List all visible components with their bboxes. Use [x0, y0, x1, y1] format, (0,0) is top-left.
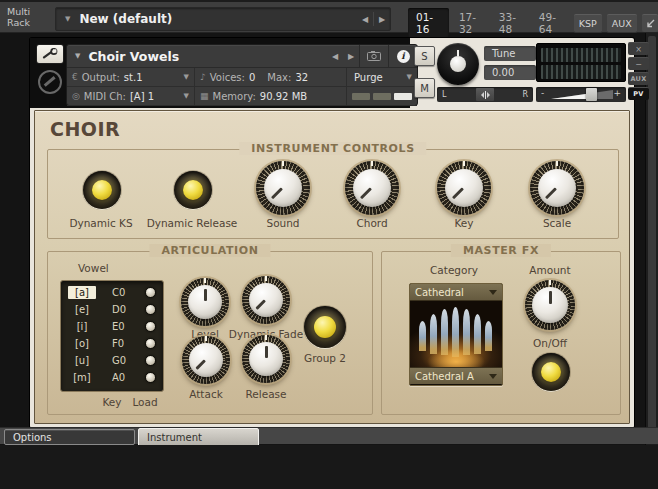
amount-label: Amount: [529, 264, 570, 276]
prev-multi-icon[interactable]: ◀: [357, 15, 373, 24]
chevron-down-icon: ▼: [407, 73, 412, 81]
volume-slider[interactable]: - +: [536, 87, 626, 102]
load-led[interactable]: [145, 304, 156, 315]
vowel-label: Vowel: [78, 262, 109, 274]
page-button-49-64[interactable]: 49-64: [534, 8, 569, 38]
output-select[interactable]: € Output: st.1 ▼: [67, 68, 195, 87]
vowel-row[interactable]: [u] G0: [61, 352, 163, 369]
memory-readout: ▦ Memory: 90.92 MB: [195, 87, 347, 106]
multi-rack-label: Multi Rack: [7, 6, 43, 29]
dynamic-ks-button[interactable]: [83, 171, 121, 209]
vowel-list[interactable]: [a] C0 [e] D0 [i] E0 [o] F0: [60, 280, 164, 392]
instrument-icon: [38, 70, 62, 94]
rack-toolbar: Multi Rack ▼ New (default) ◀ ▶ 01-16 17-…: [0, 0, 658, 33]
output-jack-icon: €: [72, 72, 78, 82]
choir-panel: CHOIR INSTRUMENT CONTROLS Dynamic KS Dyn…: [34, 110, 630, 424]
panel-title: CHOIR: [50, 118, 120, 140]
key-label: Key: [454, 217, 473, 229]
scale-knob[interactable]: [530, 161, 584, 215]
fx-amount-knob[interactable]: [525, 280, 575, 330]
vowel-row[interactable]: [o] F0: [61, 335, 163, 352]
multi-tab-title: New (default): [79, 12, 357, 26]
next-instrument-icon[interactable]: ▶: [343, 52, 359, 61]
aux-button[interactable]: AUX: [607, 14, 637, 33]
solo-button[interactable]: S: [414, 46, 435, 66]
dynamic-release-label: Dynamic Release: [147, 217, 238, 229]
pv-toggle[interactable]: PV: [628, 87, 649, 100]
attack-label: Attack: [189, 388, 223, 400]
chord-label: Chord: [356, 217, 387, 229]
tab-options[interactable]: Options: [4, 429, 135, 445]
chevron-down-icon: ▼: [184, 92, 189, 100]
scrollbar[interactable]: [645, 33, 658, 489]
load-led[interactable]: [145, 321, 156, 332]
vowel-row[interactable]: [e] D0: [61, 301, 163, 318]
vowel-row[interactable]: [i] E0: [61, 318, 163, 335]
collapse-rack-icon[interactable]: [642, 14, 658, 32]
voices-readout: ♪ Voices: 0 Max: 32: [195, 68, 347, 87]
chevron-down-icon[interactable]: ▼: [65, 15, 70, 23]
volume-handle[interactable]: [586, 88, 597, 101]
instrument-window-buttons: × − AUX PV: [628, 42, 649, 100]
load-led[interactable]: [145, 372, 156, 383]
release-label: Release: [245, 388, 286, 400]
scale-label: Scale: [543, 217, 571, 229]
fx-preset-dropdown[interactable]: Cathedral A: [410, 367, 502, 384]
meter-left: [541, 48, 621, 62]
chevron-down-icon: [489, 374, 497, 379]
wrench-icon[interactable]: [36, 44, 64, 64]
next-multi-icon[interactable]: ▶: [374, 15, 390, 24]
mute-button[interactable]: M: [414, 78, 435, 98]
level-meters: [536, 43, 626, 82]
chord-knob[interactable]: [345, 161, 399, 215]
load-led[interactable]: [145, 355, 156, 366]
prev-instrument-icon[interactable]: ◀: [327, 52, 343, 61]
purge-meter: [347, 87, 417, 106]
page-button-33-48[interactable]: 33-48: [494, 8, 529, 38]
group-2-button[interactable]: [304, 306, 346, 348]
dynamic-ks-label: Dynamic KS: [69, 217, 132, 229]
snapshot-camera-icon[interactable]: [359, 45, 388, 67]
dynamic-release-button[interactable]: [174, 171, 212, 209]
note-icon: ♪: [200, 72, 206, 82]
page-button-17-32[interactable]: 17-32: [454, 8, 489, 38]
load-led[interactable]: [145, 287, 156, 298]
key-column-label: Key: [102, 396, 121, 408]
page-button-01-16[interactable]: 01-16: [408, 8, 449, 38]
scrollbar-thumb[interactable]: [648, 36, 656, 438]
tune-value[interactable]: 0.00: [484, 65, 536, 80]
instrument-controls-section: INSTRUMENT CONTROLS Dynamic KS Dynamic R…: [47, 149, 619, 239]
sound-label: Sound: [266, 217, 299, 229]
cathedral-preview-image: [410, 301, 502, 367]
midi-icon: ◎: [72, 91, 80, 101]
sound-knob[interactable]: [256, 161, 310, 215]
load-column-label: Load: [132, 396, 157, 408]
instrument-menu-icon[interactable]: ▼: [75, 52, 80, 60]
ksp-button[interactable]: KSP: [574, 14, 602, 33]
release-knob[interactable]: [242, 335, 290, 383]
chevron-down-icon: [489, 290, 497, 295]
aux-toggle[interactable]: AUX: [628, 72, 649, 85]
fx-category-dropdown[interactable]: Cathedral: [410, 284, 502, 301]
fx-onoff-button[interactable]: [532, 353, 570, 391]
load-led[interactable]: [145, 338, 156, 349]
info-icon[interactable]: i: [388, 45, 417, 67]
multi-tab[interactable]: ▼ New (default) ◀ ▶: [55, 7, 391, 31]
pan-slider[interactable]: L R: [437, 87, 533, 102]
vowel-row[interactable]: [m] A0: [61, 369, 163, 386]
close-icon[interactable]: ×: [628, 42, 649, 55]
articulation-section: ARTICULATION Vowel [a] C0 [e] D0 [i] E0: [47, 251, 373, 415]
pan-handle[interactable]: [476, 88, 494, 101]
attack-knob[interactable]: [182, 336, 230, 384]
tune-label: Tune: [484, 46, 536, 61]
category-label: Category: [430, 264, 478, 276]
key-knob[interactable]: [437, 161, 491, 215]
tune-knob[interactable]: [437, 43, 479, 85]
purge-menu[interactable]: Purge ▼: [347, 68, 417, 87]
dynamic-fade-knob[interactable]: [242, 276, 290, 324]
level-knob[interactable]: [181, 278, 229, 326]
vowel-row[interactable]: [a] C0: [61, 284, 163, 301]
instrument-header: ▼ Choir Vowels ◀ ▶ i € Output: st.1 ▼ ♪ …: [66, 44, 418, 106]
minimize-icon[interactable]: −: [628, 57, 649, 70]
midi-channel-select[interactable]: ◎ MIDI Ch: [A] 1 ▼: [67, 87, 195, 106]
